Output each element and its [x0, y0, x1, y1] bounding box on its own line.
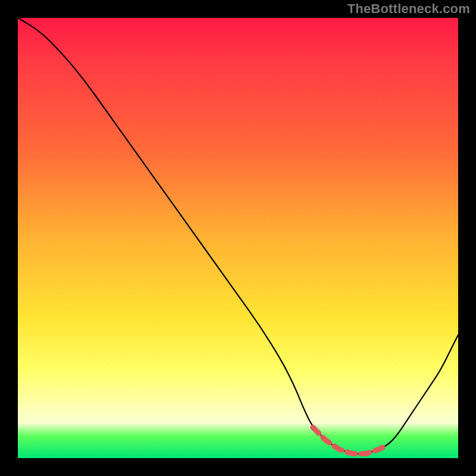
plot-area [18, 18, 458, 458]
curve-svg [18, 18, 458, 458]
watermark: TheBottleneck.com [347, 1, 470, 17]
recommended-range-highlight [313, 427, 383, 453]
bottleneck-curve [18, 18, 458, 454]
chart-root: TheBottleneck.com [0, 0, 476, 476]
